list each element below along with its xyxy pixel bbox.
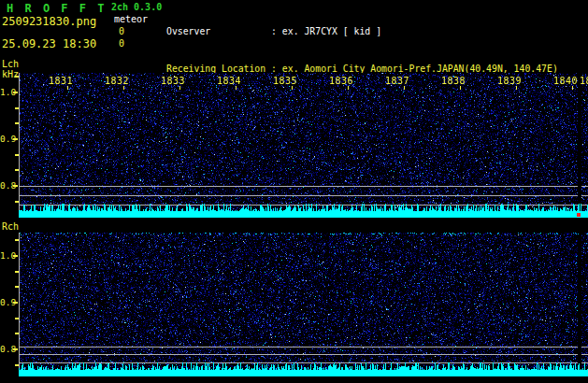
freq-minor-tick [15, 107, 19, 109]
freq-minor-tick [15, 169, 19, 171]
freq-major-tick [13, 92, 18, 93]
lch-label: Lch [2, 59, 19, 69]
freq-major-tick [13, 255, 18, 257]
rch-label: Rch [2, 221, 19, 232]
time-tick [404, 86, 405, 90]
freq-minor-tick [15, 154, 19, 156]
freq-minor-tick [15, 318, 19, 319]
freq-minor-tick [15, 271, 19, 273]
time-tick-label: 1833 [160, 76, 186, 86]
rch-frequency-axis: 1.00.90.8 [0, 233, 19, 376]
meteor-count-top: 0 [119, 26, 124, 36]
time-tick-label: 1831 [48, 76, 74, 86]
rch-spectrogram-canvas [19, 233, 588, 376]
time-tick-label: 1839 [496, 76, 523, 86]
freq-minor-tick [15, 286, 19, 288]
time-tick [236, 86, 237, 90]
time-tick-label-partial: 18 [580, 76, 588, 86]
app-title: H R O F F T [7, 2, 107, 15]
app-version: 2ch 0.3.0 [111, 2, 162, 12]
meteor-count-bottom: 0 [119, 38, 124, 49]
freq-tick-label: 0.9 [0, 134, 12, 144]
freq-tick-label: 1.0 [0, 87, 12, 97]
time-tick-label: 1832 [104, 76, 130, 86]
output-filename: 2509231830.png [2, 15, 96, 28]
datetime-label: 25.09.23 18:30 [2, 37, 96, 50]
mode-label: meteor [114, 14, 148, 24]
freq-tick-label: 1.0 [0, 250, 12, 261]
freq-minor-tick [15, 122, 19, 124]
time-tick [67, 86, 68, 90]
lch-spectrogram-canvas [19, 73, 588, 218]
time-tick-label: 1835 [272, 76, 298, 86]
rch-spectrogram-panel [19, 233, 588, 376]
freq-minor-tick [15, 201, 19, 203]
hrofft-window: H R O F F T 2509231830.png 25.09.23 18:3… [0, 0, 588, 383]
time-tick [460, 86, 461, 90]
time-tick-label: 1836 [328, 76, 354, 86]
time-tick-label: 1837 [384, 76, 410, 86]
freq-major-tick [13, 185, 18, 187]
time-tick [292, 86, 293, 90]
time-tick [516, 86, 517, 90]
freq-tick-label: 0.9 [0, 297, 12, 307]
freq-tick-label: 0.8 [0, 344, 12, 354]
freq-major-tick [13, 302, 18, 304]
freq-minor-tick [15, 239, 19, 241]
time-tick-label: 1838 [440, 76, 466, 86]
freq-major-tick [13, 138, 18, 140]
lch-frequency-axis: 1.00.90.8 [0, 73, 19, 218]
time-tick-label: 1840 [552, 76, 579, 86]
time-tick-label: 1834 [216, 76, 242, 86]
time-axis-row: 1831183218331834183518361837183818391840… [19, 73, 588, 92]
freq-tick-label: 0.8 [0, 180, 12, 191]
time-tick [123, 86, 124, 90]
freq-major-tick [13, 348, 18, 350]
freq-minor-tick [15, 364, 19, 366]
time-tick [348, 86, 349, 90]
time-tick [572, 86, 573, 90]
time-tick [179, 86, 180, 90]
observer-line: Ovserver : ex. JR7CYX [ kid ] [166, 25, 585, 37]
lch-spectrogram-panel [19, 73, 588, 218]
freq-minor-tick [15, 333, 19, 334]
